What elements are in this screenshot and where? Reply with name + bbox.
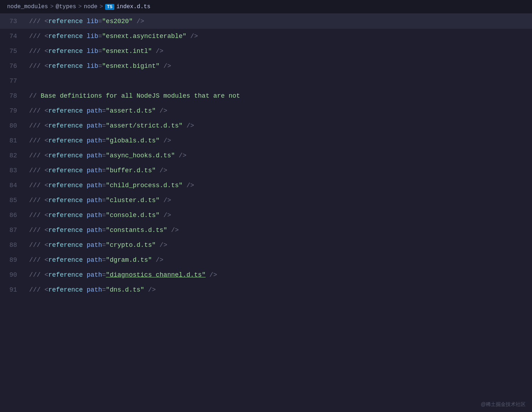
line-content: /// <reference path="dns.d.ts" /> xyxy=(26,282,532,297)
watermark: @稀土掘金技术社区 xyxy=(481,401,526,408)
line-content: /// <reference path="assert/strict.d.ts"… xyxy=(26,118,532,133)
line-content: /// <reference lib="esnext.asynciterable… xyxy=(26,29,532,44)
code-line: 91/// <reference path="dns.d.ts" /> xyxy=(0,282,532,297)
line-content: /// <reference path="async_hooks.d.ts" /… xyxy=(26,148,532,163)
line-content: /// <reference path="cluster.d.ts" /> xyxy=(26,193,532,208)
line-number: 82 xyxy=(0,148,26,163)
line-content: // Base definitions for all NodeJS modul… xyxy=(26,88,532,103)
code-line: 79/// <reference path="assert.d.ts" /> xyxy=(0,103,532,118)
code-area: 73/// <reference lib="es2020" />74/// <r… xyxy=(0,14,532,297)
code-line: 89/// <reference path="dgram.d.ts" /> xyxy=(0,253,532,267)
breadcrumb-bar: node_modules > @types > node > TS index.… xyxy=(0,0,532,14)
code-line: 78// Base definitions for all NodeJS mod… xyxy=(0,88,532,103)
code-line: 75/// <reference lib="esnext.intl" /> xyxy=(0,44,532,59)
line-content: /// <reference path="console.d.ts" /> xyxy=(26,208,532,223)
breadcrumb-node[interactable]: node xyxy=(84,4,97,10)
line-number: 76 xyxy=(0,59,26,74)
line-content: /// <reference lib="esnext.bigint" /> xyxy=(26,59,532,74)
line-content: /// <reference path="globals.d.ts" /> xyxy=(26,133,532,148)
line-content: /// <reference path="diagnostics_channel… xyxy=(26,267,532,282)
code-line: 90/// <reference path="diagnostics_chann… xyxy=(0,267,532,282)
line-content: /// <reference path="buffer.d.ts" /> xyxy=(26,163,532,178)
line-number: 73 xyxy=(0,14,26,29)
code-line: 76/// <reference lib="esnext.bigint" /> xyxy=(0,59,532,74)
line-number: 83 xyxy=(0,163,26,178)
code-line: 80/// <reference path="assert/strict.d.t… xyxy=(0,118,532,133)
code-line: 77 xyxy=(0,74,532,88)
code-line: 81/// <reference path="globals.d.ts" /> xyxy=(0,133,532,148)
breadcrumb-ts-badge: TS xyxy=(105,4,114,10)
line-number: 75 xyxy=(0,44,26,59)
code-line: 86/// <reference path="console.d.ts" /> xyxy=(0,208,532,223)
code-line: 84/// <reference path="child_process.d.t… xyxy=(0,178,532,193)
code-line: 82/// <reference path="async_hooks.d.ts"… xyxy=(0,148,532,163)
code-line: 74/// <reference lib="esnext.asynciterab… xyxy=(0,29,532,44)
breadcrumb-node-modules[interactable]: node_modules xyxy=(7,4,48,10)
line-number: 81 xyxy=(0,133,26,148)
line-number: 77 xyxy=(0,74,26,88)
breadcrumb-at-types[interactable]: @types xyxy=(56,4,76,10)
line-content: /// <reference lib="esnext.intl" /> xyxy=(26,44,532,59)
line-number: 84 xyxy=(0,178,26,193)
line-content: /// <reference path="constants.d.ts" /> xyxy=(26,223,532,238)
line-number: 74 xyxy=(0,29,26,44)
line-number: 80 xyxy=(0,118,26,133)
line-number: 91 xyxy=(0,282,26,297)
code-line: 88/// <reference path="crypto.d.ts" /> xyxy=(0,238,532,253)
line-content: /// <reference path="crypto.d.ts" /> xyxy=(26,238,532,253)
code-line: 73/// <reference lib="es2020" /> xyxy=(0,14,532,29)
breadcrumb-sep-3: > xyxy=(99,4,103,10)
line-number: 88 xyxy=(0,238,26,253)
code-line: 87/// <reference path="constants.d.ts" /… xyxy=(0,223,532,238)
line-number: 90 xyxy=(0,267,26,282)
line-content: /// <reference path="child_process.d.ts"… xyxy=(26,178,532,193)
code-line: 85/// <reference path="cluster.d.ts" /> xyxy=(0,193,532,208)
code-line: 83/// <reference path="buffer.d.ts" /> xyxy=(0,163,532,178)
breadcrumb-sep-1: > xyxy=(50,4,54,10)
line-content: /// <reference path="assert.d.ts" /> xyxy=(26,103,532,118)
line-number: 78 xyxy=(0,88,26,103)
line-number: 89 xyxy=(0,253,26,267)
breadcrumb-sep-2: > xyxy=(78,4,82,10)
line-number: 79 xyxy=(0,103,26,118)
line-content: /// <reference path="dgram.d.ts" /> xyxy=(26,253,532,267)
line-number: 87 xyxy=(0,223,26,238)
breadcrumb-filename[interactable]: index.d.ts xyxy=(116,4,151,10)
line-number: 86 xyxy=(0,208,26,223)
line-content: /// <reference lib="es2020" /> xyxy=(26,14,532,29)
line-number: 85 xyxy=(0,193,26,208)
